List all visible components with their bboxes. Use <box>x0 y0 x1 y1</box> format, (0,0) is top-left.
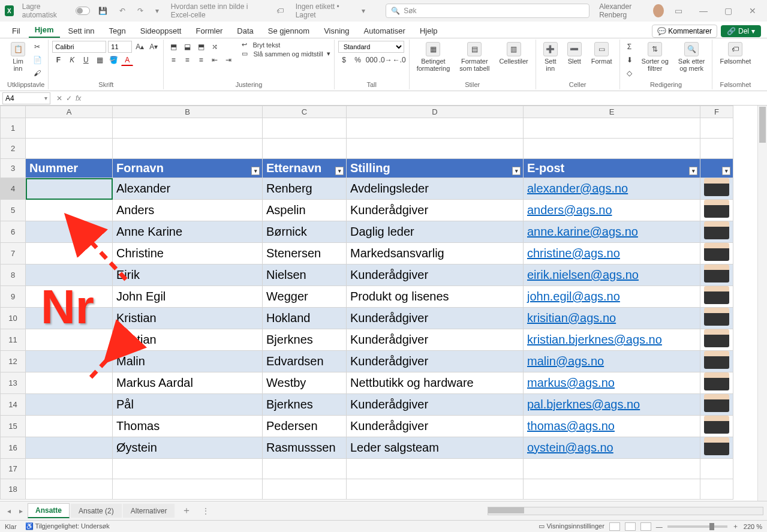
cell[interactable] <box>26 479 113 500</box>
font-color-icon[interactable]: A <box>121 54 133 66</box>
cell[interactable] <box>524 139 700 159</box>
cut-icon[interactable]: ✂ <box>31 41 43 53</box>
merge-center-button[interactable]: ▭ Slå sammen og midtstill ▾ <box>242 50 330 58</box>
email-link[interactable]: john.egil@ags.no <box>527 290 620 303</box>
cell-photo[interactable] <box>700 178 733 200</box>
header-fornavn[interactable]: Fornavn▾ <box>113 159 263 178</box>
cell-epost[interactable]: pal.bjerknes@ags.no <box>524 394 700 416</box>
header-etternavn[interactable]: Etternavn▾ <box>263 159 347 178</box>
row-header[interactable]: 7 <box>1 243 26 265</box>
cell-epost[interactable]: christine@ags.no <box>524 243 700 265</box>
maximize-icon[interactable]: ▢ <box>718 5 738 17</box>
cell-nummer[interactable] <box>26 200 113 221</box>
bold-icon[interactable]: F <box>52 54 64 66</box>
decrease-font-icon[interactable]: A▾ <box>148 41 160 53</box>
cell-fornavn[interactable]: Eirik <box>113 265 263 286</box>
cell[interactable] <box>263 479 347 500</box>
cell-stilling[interactable]: Avdelingsleder <box>347 178 524 200</box>
cell-fornavn[interactable]: Kristian <box>113 308 263 329</box>
filter-dropdown-icon[interactable]: ▾ <box>512 167 521 175</box>
accessibility-status[interactable]: ♿ Tilgjengelighet: Undersøk <box>25 522 110 530</box>
cell-epost[interactable]: john.egil@ags.no <box>524 286 700 308</box>
zoom-out-icon[interactable]: — <box>656 523 663 530</box>
row-header[interactable]: 9 <box>1 286 26 308</box>
copy-icon[interactable]: 📄 <box>31 54 43 66</box>
cell-epost[interactable]: markus@ags.no <box>524 372 700 394</box>
cell-etternavn[interactable]: Børnick <box>263 221 347 243</box>
cell[interactable] <box>700 139 733 159</box>
cell-photo[interactable] <box>700 372 733 394</box>
email-link[interactable]: alexander@ags.no <box>527 182 628 195</box>
comments-button[interactable]: 💬 Kommentarer <box>652 25 717 38</box>
cell-photo[interactable] <box>700 416 733 437</box>
header-epost[interactable]: E-post▾ <box>524 159 700 178</box>
decrease-decimal-icon[interactable]: ←.0 <box>393 54 405 66</box>
tab-data[interactable]: Data <box>231 24 259 38</box>
cell[interactable] <box>347 139 524 159</box>
cell-stilling[interactable]: Daglig leder <box>347 221 524 243</box>
cell[interactable] <box>700 459 733 479</box>
tab-fil[interactable]: Fil <box>6 24 26 38</box>
cell[interactable] <box>113 139 263 159</box>
sheet-tab-alternativer[interactable]: Alternativer <box>123 504 175 518</box>
horizontal-scrollbar[interactable] <box>488 507 763 515</box>
row-header[interactable]: 1 <box>1 118 26 139</box>
cell-epost[interactable]: alexander@ags.no <box>524 178 700 200</box>
currency-icon[interactable]: $ <box>338 54 350 66</box>
row-header[interactable]: 17 <box>1 459 26 479</box>
row-header[interactable]: 2 <box>1 139 26 159</box>
cell-epost[interactable]: eirik.nielsen@ags.no <box>524 265 700 286</box>
cell-stilling[interactable]: Kunderådgiver <box>347 200 524 221</box>
namebox-dropdown-icon[interactable]: ▾ <box>44 95 47 101</box>
email-link[interactable]: malin@ags.no <box>527 354 604 368</box>
cell-etternavn[interactable]: Pedersen <box>263 416 347 437</box>
tab-automatiser[interactable]: Automatiser <box>358 24 411 38</box>
label-status[interactable]: Ingen etikett • Lagret <box>292 1 354 20</box>
cell-nummer[interactable] <box>26 329 113 351</box>
save-icon[interactable]: 💾 <box>95 5 111 16</box>
cell-epost[interactable]: anders@ags.no <box>524 200 700 221</box>
undo-icon[interactable]: ↶ <box>116 5 129 16</box>
cell-stilling[interactable]: Kunderådgiver <box>347 351 524 372</box>
name-box[interactable]: A4 ▾ <box>2 92 50 104</box>
orientation-icon[interactable]: ⤭ <box>209 41 221 53</box>
email-link[interactable]: kristian.bjerknes@ags.no <box>527 333 662 346</box>
cell-fornavn[interactable]: Thomas <box>113 416 263 437</box>
redo-icon[interactable]: ↷ <box>134 5 147 16</box>
cell-etternavn[interactable]: Nielsen <box>263 265 347 286</box>
cell[interactable] <box>524 118 700 139</box>
share-button[interactable]: 🔗 Del ▾ <box>721 25 761 37</box>
col-header-C[interactable]: C <box>263 106 347 118</box>
tab-settinn[interactable]: Sett inn <box>62 24 101 38</box>
cell-etternavn[interactable]: Bjerknes <box>263 394 347 416</box>
cell-photo[interactable] <box>700 221 733 243</box>
tab-tegn[interactable]: Tegn <box>103 24 132 38</box>
cell-photo[interactable] <box>700 437 733 459</box>
increase-font-icon[interactable]: A▴ <box>134 41 146 53</box>
cell[interactable] <box>263 118 347 139</box>
account-button[interactable]: Alexander Renberg <box>599 2 664 19</box>
cell-nummer[interactable] <box>26 416 113 437</box>
cell-fornavn[interactable]: Christine <box>113 243 263 265</box>
cell[interactable] <box>524 479 700 500</box>
cell[interactable] <box>113 479 263 500</box>
header-stilling[interactable]: Stilling▾ <box>347 159 524 178</box>
sheet-tab-ansatte2[interactable]: Ansatte (2) <box>71 504 122 518</box>
cell-fornavn[interactable]: Markus Aardal <box>113 372 263 394</box>
col-header-D[interactable]: D <box>347 106 524 118</box>
cell-photo[interactable] <box>700 286 733 308</box>
cell-fornavn[interactable]: Anders <box>113 200 263 221</box>
header-nummer[interactable]: Nummer <box>26 159 113 178</box>
cell-stilling[interactable]: Leder salgsteam <box>347 437 524 459</box>
row-header[interactable]: 12 <box>1 351 26 372</box>
sort-filter-button[interactable]: ⇅Sorter og filtrer <box>638 41 672 73</box>
row-header[interactable]: 10 <box>1 308 26 329</box>
email-link[interactable]: krisitian@ags.no <box>527 311 616 324</box>
fill-color-icon[interactable]: 🪣 <box>107 54 119 66</box>
cell-stilling[interactable]: Nettbutikk og hardware <box>347 372 524 394</box>
cell-stilling[interactable]: Kunderådgiver <box>347 394 524 416</box>
row-header[interactable]: 11 <box>1 329 26 351</box>
cell[interactable] <box>347 479 524 500</box>
wrap-text-button[interactable]: ↩ Bryt tekst <box>242 41 330 49</box>
cell-photo[interactable] <box>700 200 733 221</box>
